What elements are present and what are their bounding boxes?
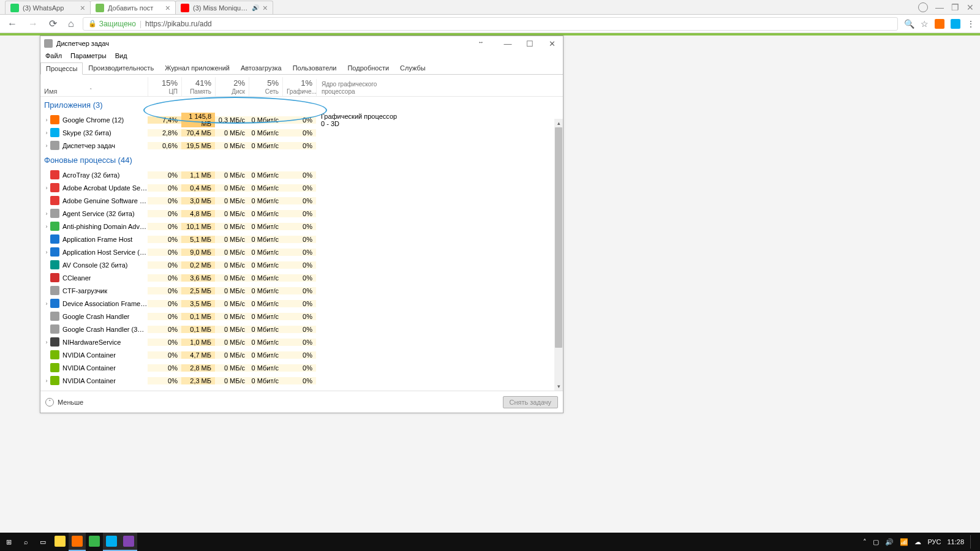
process-row[interactable]: AV Console (32 бита) 0% 0,2 МБ 0 МБ/с 0 … bbox=[40, 258, 554, 271]
taskbar-app-skype[interactable] bbox=[103, 533, 120, 551]
mem-cell: 0,1 МБ bbox=[181, 326, 215, 333]
tm-minimize-button[interactable]: — bbox=[497, 36, 519, 51]
taskbar-app-app-green[interactable] bbox=[86, 533, 103, 551]
process-row[interactable]: › NIHardwareService 0% 1,0 МБ 0 МБ/с 0 М… bbox=[40, 335, 554, 348]
tray-language[interactable]: РУС bbox=[927, 538, 941, 545]
browser-menu-button[interactable]: ⋮ bbox=[967, 19, 975, 29]
expand-chevron-icon[interactable]: › bbox=[43, 117, 50, 123]
expand-chevron-icon[interactable]: › bbox=[43, 339, 50, 345]
expand-chevron-icon[interactable]: › bbox=[43, 223, 50, 230]
extension-icon-1[interactable] bbox=[935, 19, 944, 29]
process-row[interactable]: CTF-загрузчик 0% 2,5 МБ 0 МБ/с 0 Мбит/с … bbox=[40, 284, 554, 297]
mem-label[interactable]: Память bbox=[190, 88, 211, 95]
cpu-label[interactable]: ЦП bbox=[168, 88, 178, 95]
scroll-down-arrow[interactable]: ▾ bbox=[554, 382, 563, 391]
col-name-label[interactable]: Имя bbox=[44, 88, 57, 95]
tray-volume-icon[interactable]: 🔊 bbox=[885, 538, 894, 546]
end-task-button[interactable]: Снять задачу bbox=[503, 396, 559, 408]
process-group-header[interactable]: Фоновые процессы (44) bbox=[40, 152, 554, 168]
scroll-thumb[interactable] bbox=[555, 127, 562, 348]
process-row[interactable]: AcroTray (32 бита) 0% 1,1 МБ 0 МБ/с 0 Мб… bbox=[40, 168, 554, 181]
process-row[interactable]: › Application Host Service (32 би... 0% … bbox=[40, 246, 554, 258]
process-row[interactable]: › Adobe Acrobat Update Service (... 0% 0… bbox=[40, 181, 554, 194]
process-row[interactable]: Adobe Genuine Software Integri... 0% 3,0… bbox=[40, 194, 554, 207]
expand-chevron-icon[interactable]: › bbox=[43, 249, 50, 255]
tab-close-button[interactable]: × bbox=[165, 4, 170, 12]
tray-overflow-icon[interactable]: ˄ bbox=[863, 538, 867, 546]
expand-chevron-icon[interactable]: › bbox=[43, 211, 50, 217]
taskbar-app-taskmgr[interactable] bbox=[120, 533, 137, 551]
process-row[interactable]: Google Crash Handler (32 бита) 0% 0,1 МБ… bbox=[40, 323, 554, 335]
tm-tab[interactable]: Пользователи bbox=[287, 62, 342, 74]
gpu-label[interactable]: Графиче... bbox=[287, 88, 317, 95]
show-desktop-button[interactable] bbox=[970, 535, 975, 549]
taskbar-taskview-button[interactable]: ▭ bbox=[34, 533, 51, 551]
tm-tab[interactable]: Процессы bbox=[40, 62, 83, 75]
browser-tab[interactable]: Добавить пост × bbox=[90, 1, 176, 14]
process-row[interactable]: CCleaner 0% 3,6 МБ 0 МБ/с 0 Мбит/с 0% bbox=[40, 271, 554, 284]
browser-minimize-button[interactable]: — bbox=[935, 2, 944, 12]
tm-tab[interactable]: Подробности bbox=[342, 62, 394, 74]
nav-forward-button[interactable]: → bbox=[26, 17, 40, 31]
tray-clock[interactable]: 11:28 bbox=[947, 538, 964, 545]
process-row[interactable]: › Anti-phishing Domain Advisor (... 0% 1… bbox=[40, 220, 554, 233]
expand-chevron-icon[interactable]: › bbox=[43, 378, 50, 384]
process-row[interactable]: › Agent Service (32 бита) 0% 4,8 МБ 0 МБ… bbox=[40, 207, 554, 220]
expand-chevron-icon[interactable]: › bbox=[43, 301, 50, 307]
bookmark-star-icon[interactable]: ☆ bbox=[921, 19, 929, 29]
scroll-up-arrow[interactable]: ▴ bbox=[554, 119, 563, 127]
tm-column-header[interactable]: ˄ Имя 15%ЦП 41%Память 2%Диск 5%Сеть 1%Гр… bbox=[40, 75, 563, 97]
zoom-icon[interactable]: 🔍 bbox=[904, 19, 914, 29]
audio-icon[interactable]: 🔊 bbox=[252, 4, 259, 11]
taskbar-search-button[interactable]: ⌕ bbox=[17, 533, 34, 551]
process-row[interactable]: › Диспетчер задач 0,6% 19,5 МБ 0 МБ/с 0 … bbox=[40, 139, 554, 152]
tm-maximize-button[interactable]: ☐ bbox=[519, 36, 541, 51]
disk-label[interactable]: Диск bbox=[232, 88, 245, 95]
tm-vertical-scrollbar[interactable]: ▴ ▾ bbox=[554, 119, 563, 391]
process-row[interactable]: › Skype (32 бита) 2,8% 70,4 МБ 0 МБ/с 0 … bbox=[40, 126, 554, 139]
nav-home-button[interactable]: ⌂ bbox=[66, 17, 77, 31]
process-row[interactable]: Google Crash Handler 0% 0,1 МБ 0 МБ/с 0 … bbox=[40, 310, 554, 323]
address-bar[interactable]: 🔒 Защищено | https://pikabu.ru/add bbox=[83, 17, 898, 31]
tm-menu-item[interactable]: Параметры bbox=[70, 52, 107, 59]
process-group-header[interactable]: Приложения (3) bbox=[40, 97, 554, 113]
tm-tab[interactable]: Автозагрузка bbox=[235, 62, 287, 74]
tm-menu-item[interactable]: Файл bbox=[45, 52, 62, 59]
expand-chevron-icon[interactable]: › bbox=[43, 185, 50, 191]
fewer-details-button[interactable]: ˄ Меньше bbox=[45, 398, 83, 407]
net-label[interactable]: Сеть bbox=[265, 88, 279, 95]
expand-chevron-icon[interactable]: › bbox=[43, 130, 50, 136]
taskbar-start-button[interactable]: ⊞ bbox=[0, 533, 17, 551]
tm-tab[interactable]: Производительность bbox=[83, 62, 159, 74]
resize-handle-icon[interactable]: ↔ bbox=[478, 39, 484, 45]
taskbar-app-explorer[interactable] bbox=[51, 533, 69, 551]
browser-tab[interactable]: (3) Miss Monique - Li 🔊 × bbox=[175, 1, 273, 14]
process-name: NVIDIA Container bbox=[62, 351, 116, 359]
taskbar-app-chrome[interactable] bbox=[69, 533, 86, 551]
process-row[interactable]: › Device Association Framework ... 0% 3,… bbox=[40, 297, 554, 310]
browser-close-button[interactable]: ✕ bbox=[967, 2, 974, 12]
process-row[interactable]: › Google Chrome (12) 7,4% 1 145,8 МБ 0,3… bbox=[40, 113, 554, 126]
process-row[interactable]: › NVIDIA Container 0% 2,3 МБ 0 МБ/с 0 Мб… bbox=[40, 374, 554, 387]
tm-menu-item[interactable]: Вид bbox=[115, 52, 127, 59]
gpueng-label[interactable]: Ядро графического процессора bbox=[322, 81, 377, 95]
process-row[interactable]: NVIDIA Container 0% 2,8 МБ 0 МБ/с 0 Мбит… bbox=[40, 361, 554, 374]
tray-battery-icon[interactable]: ▢ bbox=[873, 538, 879, 546]
profile-avatar[interactable] bbox=[918, 2, 928, 12]
tray-onedrive-icon[interactable]: ☁ bbox=[914, 538, 921, 546]
nav-back-button[interactable]: ← bbox=[5, 17, 20, 31]
process-row[interactable]: Application Frame Host 0% 5,1 МБ 0 МБ/с … bbox=[40, 233, 554, 246]
tab-close-button[interactable]: × bbox=[80, 4, 85, 12]
tm-close-button[interactable]: ✕ bbox=[541, 36, 563, 51]
tab-close-button[interactable]: × bbox=[263, 4, 268, 12]
tm-tab[interactable]: Журнал приложений bbox=[159, 62, 235, 74]
tm-tab[interactable]: Службы bbox=[394, 62, 431, 74]
extension-icon-2[interactable] bbox=[951, 19, 960, 29]
browser-maximize-button[interactable]: ❐ bbox=[951, 2, 959, 12]
nav-reload-button[interactable]: ⟳ bbox=[47, 17, 59, 31]
tray-network-icon[interactable]: 📶 bbox=[900, 538, 908, 546]
process-row[interactable]: NVIDIA Container 0% 4,7 МБ 0 МБ/с 0 Мбит… bbox=[40, 348, 554, 361]
tm-titlebar[interactable]: Диспетчер задач — ☐ ✕ bbox=[40, 36, 563, 51]
expand-chevron-icon[interactable]: › bbox=[43, 143, 50, 149]
browser-tab[interactable]: (3) WhatsApp × bbox=[5, 1, 91, 14]
